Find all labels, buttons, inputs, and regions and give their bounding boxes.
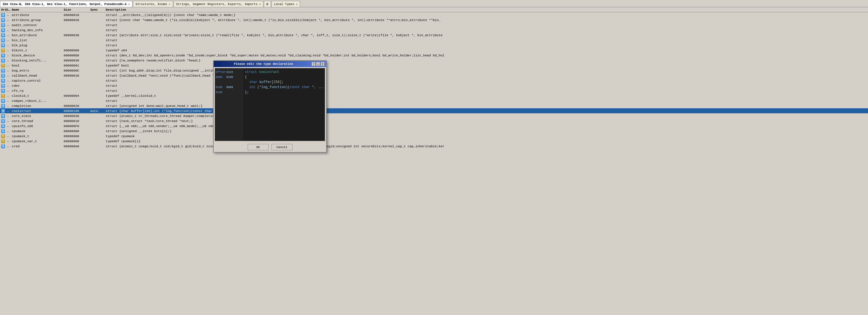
code-line-3: char buffer[256];	[245, 80, 323, 85]
dialog-minimize-button[interactable]: ▽	[312, 62, 315, 66]
dialog-overlay: Please edit the type declaration ▽ △ ✕ O…	[0, 0, 868, 315]
size-val: 0008	[226, 86, 237, 89]
dialog-titlebar: Please edit the type declaration ▽ △ ✕	[214, 61, 326, 67]
offset-val: 0108	[216, 91, 226, 94]
line-numbers-panel: Offset Size 0000 0100 0100 0008	[215, 68, 243, 141]
keyword-struct: struct	[245, 70, 257, 74]
offset-val: 0100	[216, 86, 226, 89]
dialog-close-button[interactable]: ✕	[320, 62, 324, 66]
ln-row-1: 0000 0100	[215, 74, 243, 80]
dialog-expand-button[interactable]: △	[316, 62, 320, 66]
var-log-function: log_function	[261, 85, 285, 89]
dialog-body: Offset Size 0000 0100 0100 0008	[214, 67, 326, 142]
cancel-button[interactable]: Cancel	[272, 144, 292, 150]
offset-val: 0000	[216, 76, 226, 79]
ln-row-3: 0100 0008	[215, 85, 243, 90]
size-val: 0100	[226, 76, 237, 79]
keyword-char2: char	[300, 85, 310, 89]
code-editor[interactable]: Offset Size 0000 0100 0100 0008	[215, 68, 325, 141]
close-brace: };	[245, 90, 249, 94]
code-line-5: };	[245, 90, 323, 95]
code-line-1: struct coolstruct	[245, 69, 323, 74]
size-header: Size	[226, 71, 237, 74]
type-name: coolstruct	[259, 70, 279, 74]
open-brace: {	[245, 75, 247, 79]
dialog-window-controls: ▽ △ ✕	[312, 62, 324, 66]
ok-button[interactable]: OK	[248, 144, 269, 150]
code-line-4: int (*log_function)(const char *, ...);	[245, 85, 323, 90]
ln-header: Offset Size	[215, 69, 243, 74]
offset-header: Offset	[216, 71, 226, 74]
dialog-title: Please edit the type declaration	[215, 62, 312, 66]
code-line-2: {	[245, 74, 323, 80]
bracket-close: ];	[280, 80, 283, 84]
varargs: *, ...);	[310, 85, 325, 89]
ln-row-2	[215, 80, 243, 85]
edit-type-dialog: Please edit the type declaration ▽ △ ✕ O…	[213, 60, 327, 153]
code-panel[interactable]: struct coolstruct { char buffer[256];	[243, 68, 325, 141]
keyword-int: int	[249, 85, 255, 89]
dialog-footer: OK Cancel	[214, 142, 326, 152]
paren-close: )(	[286, 85, 290, 89]
paren-open: (*	[257, 85, 261, 89]
keyword-const: const	[290, 85, 300, 89]
ln-row-4: 0108	[215, 90, 243, 95]
var-buffer: buffer	[259, 80, 272, 84]
num-256: 256	[274, 80, 280, 84]
keyword-char: char	[249, 80, 257, 84]
